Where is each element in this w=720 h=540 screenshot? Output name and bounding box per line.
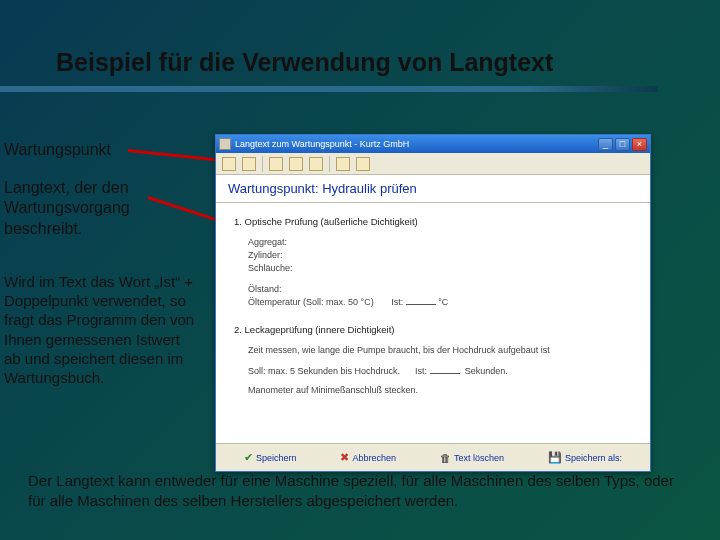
trash-icon: 🗑 bbox=[440, 452, 451, 464]
field-aggregat: Aggregat: bbox=[248, 236, 632, 249]
langtext-window: Langtext zum Wartungspunkt - Kurtz GmbH … bbox=[215, 134, 651, 472]
ist-label: Ist: bbox=[391, 297, 403, 307]
window-title: Langtext zum Wartungspunkt - Kurtz GmbH bbox=[235, 139, 598, 149]
save-label: Speichern bbox=[256, 453, 297, 463]
leck-soll-ist: Soll: max. 5 Sekunden bis Hochdruck. Ist… bbox=[248, 365, 632, 378]
save-button[interactable]: ✔ Speichern bbox=[239, 448, 302, 467]
ist-value-blank[interactable] bbox=[406, 296, 436, 305]
disk-icon: 💾 bbox=[548, 451, 562, 464]
save-as-button[interactable]: 💾 Speichern als: bbox=[543, 448, 627, 467]
field-zylinder: Zylinder: bbox=[248, 249, 632, 262]
manometer-line: Manometer auf Minimeßanschluß stecken. bbox=[248, 384, 632, 397]
langtext-content[interactable]: 1. Optische Prüfung (äußerliche Dichtigk… bbox=[216, 203, 650, 449]
maximize-button[interactable]: □ bbox=[615, 138, 630, 151]
field-schlauche: Schläuche: bbox=[248, 262, 632, 275]
label-istnote: Wird im Text das Wort „Ist“ + Doppelpunk… bbox=[4, 272, 199, 387]
window-toolbar bbox=[216, 153, 650, 175]
leck-ist-unit: Sekunden. bbox=[465, 366, 508, 376]
leck-ist-label: Ist: bbox=[415, 366, 427, 376]
toolbar-icon[interactable] bbox=[269, 157, 283, 171]
window-controls: _ □ × bbox=[598, 138, 647, 151]
delete-text-button[interactable]: 🗑 Text löschen bbox=[435, 449, 509, 467]
ist-unit: °C bbox=[438, 297, 448, 307]
window-titlebar[interactable]: Langtext zum Wartungspunkt - Kurtz GmbH … bbox=[216, 135, 650, 153]
delete-label: Text löschen bbox=[454, 453, 504, 463]
minimize-button[interactable]: _ bbox=[598, 138, 613, 151]
section2-title: 2. Leckageprüfung (innere Dichtigkeit) bbox=[234, 323, 632, 338]
button-bar: ✔ Speichern ✖ Abbrechen 🗑 Text löschen 💾… bbox=[216, 443, 650, 471]
leck-line1: Zeit messen, wie lange die Pumpe braucht… bbox=[248, 344, 632, 357]
close-icon: ✖ bbox=[340, 451, 349, 464]
oeltemp-label: Öltemperatur (Soll: max. 50 °C) bbox=[248, 297, 374, 307]
wartungspunkt-header: Wartungspunkt: Hydraulik prüfen bbox=[216, 175, 650, 203]
toolbar-icon[interactable] bbox=[242, 157, 256, 171]
cancel-label: Abbrechen bbox=[352, 453, 396, 463]
saveas-label: Speichern als: bbox=[565, 453, 622, 463]
field-oeltemp: Öltemperatur (Soll: max. 50 °C) Ist: °C bbox=[248, 296, 632, 309]
check-icon: ✔ bbox=[244, 451, 253, 464]
title-underline bbox=[0, 86, 658, 92]
section1-title: 1. Optische Prüfung (äußerliche Dichtigk… bbox=[234, 215, 632, 230]
toolbar-icon[interactable] bbox=[289, 157, 303, 171]
toolbar-icon[interactable] bbox=[356, 157, 370, 171]
toolbar-icon[interactable] bbox=[222, 157, 236, 171]
toolbar-icon[interactable] bbox=[336, 157, 350, 171]
leck-soll: Soll: max. 5 Sekunden bis Hochdruck. bbox=[248, 366, 400, 376]
toolbar-separator bbox=[329, 156, 330, 172]
close-button[interactable]: × bbox=[632, 138, 647, 151]
field-oelstand: Ölstand: bbox=[248, 283, 632, 296]
leck-ist-blank[interactable] bbox=[430, 365, 460, 374]
app-icon bbox=[219, 138, 231, 150]
slide-title: Beispiel für die Verwendung von Langtext bbox=[56, 48, 553, 77]
slide-footnote: Der Langtext kann entweder für eine Masc… bbox=[28, 471, 686, 510]
cancel-button[interactable]: ✖ Abbrechen bbox=[335, 448, 401, 467]
toolbar-icon[interactable] bbox=[309, 157, 323, 171]
label-wartungspunkt: Wartungspunkt bbox=[4, 140, 111, 160]
toolbar-separator bbox=[262, 156, 263, 172]
